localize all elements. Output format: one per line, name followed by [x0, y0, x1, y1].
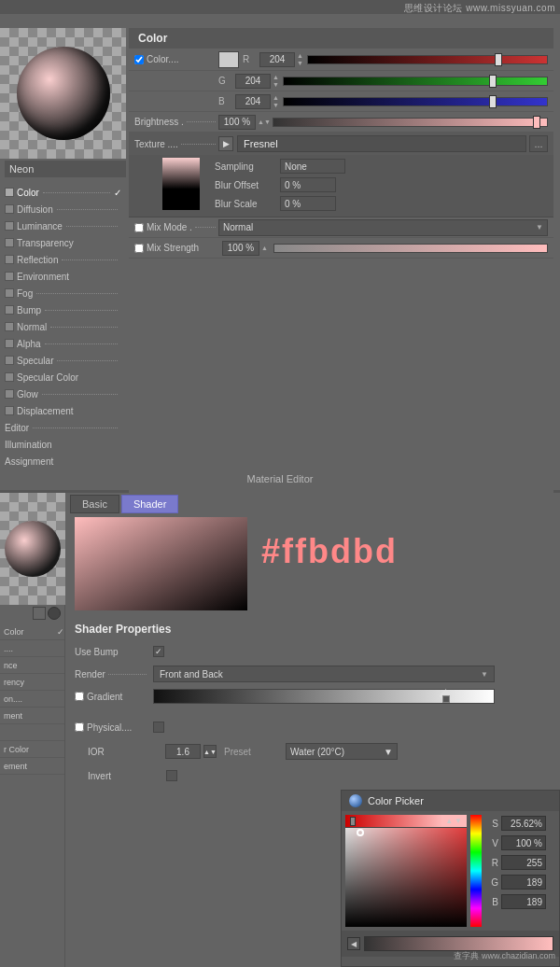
r-slider[interactable] — [307, 55, 548, 64]
texture-expand-btn[interactable]: ▶ — [218, 136, 233, 151]
brightness-arrow[interactable]: ▲▼ — [258, 119, 271, 125]
sidebar-item-color[interactable]: Color ✓ — [0, 184, 126, 201]
sidebar-checkbox-luminance[interactable] — [5, 221, 14, 231]
bsi-luminance[interactable]: nce — [0, 657, 64, 674]
brightness-thumb[interactable] — [533, 116, 540, 129]
sidebar-checkbox-environment[interactable] — [5, 272, 14, 281]
cp-hue-bar[interactable] — [470, 815, 482, 927]
b-slider-thumb[interactable] — [489, 95, 497, 108]
bsi-displacement[interactable]: ement — [0, 758, 64, 775]
bsi-specular-color[interactable]: r Color — [0, 741, 64, 758]
sidebar-checkbox-normal[interactable] — [5, 322, 14, 331]
g-slider-thumb[interactable] — [489, 75, 497, 88]
sidebar-item-fog[interactable]: Fog — [0, 285, 126, 301]
r-slider-thumb[interactable] — [495, 53, 502, 66]
tab-basic[interactable]: Basic — [70, 495, 119, 513]
render-dropdown-arrow: ▼ — [481, 670, 488, 679]
gradient-bottom-handle[interactable] — [442, 695, 450, 703]
sidebar-item-diffusion[interactable]: Diffusion — [0, 201, 126, 217]
cp-g-value[interactable]: 189 — [501, 875, 546, 890]
sidebar-small-btn2[interactable] — [48, 607, 61, 620]
sidebar-item-glow[interactable]: Glow — [0, 385, 126, 402]
ior-value[interactable]: 1.6 — [165, 744, 201, 759]
sidebar-checkbox-bump[interactable] — [5, 305, 14, 315]
sidebar-item-luminance[interactable]: Luminance — [0, 217, 126, 234]
sidebar-item-specular-color[interactable]: Specular Color — [0, 369, 126, 385]
render-dropdown[interactable]: Front and Back ▼ — [153, 666, 495, 682]
color-swatch-small[interactable] — [218, 51, 239, 68]
physical-check-box[interactable] — [153, 722, 164, 733]
sidebar-item-displacement[interactable]: Displacement — [0, 402, 126, 419]
cp-crosshair — [357, 829, 364, 836]
sidebar-item-normal[interactable]: Normal — [0, 318, 126, 335]
tab-shader[interactable]: Shader — [121, 495, 178, 513]
use-bump-checkbox[interactable]: ✓ — [153, 646, 164, 657]
sidebar-item-editor[interactable]: Editor — [0, 419, 126, 436]
cp-prev-btn[interactable]: ◀ — [347, 937, 360, 950]
gradient-checkbox[interactable] — [75, 692, 84, 701]
mix-mode-select[interactable]: Normal ▼ — [218, 219, 548, 236]
bsi-environment[interactable]: ment — [0, 708, 64, 724]
sidebar-checkbox-diffusion[interactable] — [5, 204, 14, 214]
physical-checkbox[interactable] — [75, 722, 84, 732]
bsi-reflection[interactable]: on.... — [0, 691, 64, 708]
invert-label-text: Invert — [88, 771, 111, 781]
preset-dropdown[interactable]: Water (20°C) ▼ — [286, 743, 398, 760]
r-value[interactable]: 204 — [259, 52, 295, 67]
sidebar-checkbox-specular-color[interactable] — [5, 372, 14, 382]
bsi-diffusion[interactable]: .... — [0, 640, 64, 657]
sidebar-checkbox-reflection[interactable] — [5, 255, 14, 264]
sampling-dropdown[interactable]: None — [280, 159, 345, 174]
mix-strength-slider[interactable] — [273, 244, 548, 253]
b-slider[interactable] — [283, 97, 548, 106]
g-slider[interactable] — [283, 77, 548, 86]
sidebar-item-bump[interactable]: Bump — [0, 301, 126, 318]
cp-top-arrows: ▲ ▼ — [445, 817, 462, 825]
cp-color-strip[interactable] — [364, 936, 553, 951]
sidebar-item-specular[interactable]: Specular — [0, 352, 126, 369]
gradient-bar[interactable] — [153, 689, 495, 704]
texture-options-btn[interactable]: ... — [529, 135, 548, 152]
sidebar-item-transparency[interactable]: Transparency — [0, 234, 126, 251]
b-arrows[interactable]: ▲▼ — [273, 94, 279, 109]
sidebar-checkbox-specular[interactable] — [5, 356, 14, 365]
sidebar-item-alpha[interactable]: Alpha — [0, 335, 126, 352]
cp-gradient-box[interactable]: ▲ ▼ — [345, 815, 467, 927]
ior-arrows[interactable]: ▲▼ — [203, 745, 217, 758]
mix-strength-value[interactable]: 100 % — [222, 241, 259, 256]
bsi-transparency[interactable]: rency — [0, 674, 64, 691]
cp-b-value[interactable]: 189 — [501, 894, 546, 909]
sidebar-checkbox-color[interactable] — [5, 188, 14, 197]
cp-r-value[interactable]: 255 — [501, 855, 546, 870]
sidebar-label-transparency: Transparency — [17, 238, 74, 248]
mix-mode-arrow: ▼ — [536, 223, 543, 231]
mix-strength-checkbox[interactable] — [134, 244, 144, 253]
cp-top-slider[interactable] — [350, 817, 356, 826]
r-arrows[interactable]: ▲▼ — [297, 52, 303, 67]
brightness-slider[interactable] — [273, 118, 548, 127]
sidebar-small-btn1[interactable] — [33, 607, 46, 620]
sidebar-item-reflection[interactable]: Reflection — [0, 251, 126, 268]
cp-v-value[interactable]: 100 % — [501, 835, 546, 850]
b-value[interactable]: 204 — [235, 94, 271, 109]
sidebar-item-illumination[interactable]: Illumination — [0, 436, 126, 453]
mix-mode-checkbox[interactable] — [134, 223, 144, 232]
sidebar-checkbox-displacement[interactable] — [5, 406, 14, 415]
blur-offset-value[interactable]: 0 % — [280, 177, 336, 192]
mix-strength-arrow[interactable]: ▲ — [261, 245, 268, 251]
sidebar-checkbox-fog[interactable] — [5, 288, 14, 298]
bsi-color[interactable]: Color ✓ — [0, 624, 64, 640]
cp-s-value[interactable]: 25.62% — [501, 816, 546, 831]
color-checkbox[interactable] — [134, 55, 144, 64]
sidebar-checkbox-glow[interactable] — [5, 389, 14, 399]
bsi-fog[interactable] — [0, 724, 64, 741]
g-value[interactable]: 204 — [235, 74, 271, 89]
sidebar-checkbox-transparency[interactable] — [5, 238, 14, 247]
sidebar-checkbox-alpha[interactable] — [5, 339, 14, 348]
sidebar-item-assignment[interactable]: Assignment — [0, 453, 126, 469]
blur-scale-value[interactable]: 0 % — [280, 196, 336, 211]
brightness-value[interactable]: 100 % — [218, 115, 256, 130]
sidebar-item-environment[interactable]: Environment — [0, 268, 126, 285]
invert-checkbox[interactable] — [166, 770, 177, 781]
g-arrows[interactable]: ▲▼ — [273, 74, 279, 89]
